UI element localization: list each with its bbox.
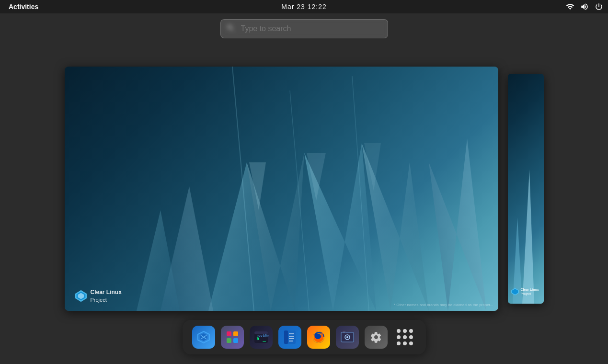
clear-linux-logo-icon [74,289,88,303]
svg-rect-25 [233,331,238,336]
firefox-app-icon[interactable] [307,326,330,349]
settings-icon [365,326,388,349]
notes-icon [278,326,301,349]
svg-rect-27 [233,338,238,343]
power-svg [595,2,603,11]
window-background: Clear Linux Project * Other names and br… [65,67,498,311]
software-svg [225,330,240,345]
polymer-svg [196,330,211,345]
svg-rect-24 [227,331,231,336]
side-logo-text: Clear Linux Project [521,287,539,296]
side-clear-linux-logo: Clear Linux Project [511,287,539,296]
terminal-svg: $ _ root@host [253,330,269,345]
network-svg [566,2,574,11]
crystal-decoration [65,67,498,311]
volume-svg [580,2,589,11]
appgrid-icon[interactable] [393,326,416,349]
dock: $ _ root@host [183,320,426,354]
svg-rect-26 [227,338,231,343]
dot-5 [403,335,407,339]
network-icon[interactable] [565,1,575,12]
screenshot-icon [336,326,359,349]
terminal-icon: $ _ root@host [250,326,273,349]
side-window-background: Clear Linux Project [508,74,544,304]
screenshot-app-icon[interactable] [336,326,359,349]
dot-9 [409,341,413,345]
side-crystal [508,74,544,304]
dot-1 [397,329,401,333]
workspace-area: Clear Linux Project * Other names and br… [0,13,608,364]
svg-text:root@host: root@host [256,334,269,338]
appgrid-dots [393,326,416,349]
terminal-app-icon[interactable]: $ _ root@host [250,326,273,349]
settings-app-icon[interactable] [365,326,388,349]
polymer-app-icon[interactable] [192,326,215,349]
dot-grid [397,329,413,345]
search-input[interactable] [220,19,388,38]
software-app-icon[interactable] [221,326,244,349]
firefox-svg [311,330,326,345]
dot-2 [403,329,407,333]
windows-row: Clear Linux Project * Other names and br… [0,61,608,316]
dot-7 [397,341,401,345]
power-icon[interactable] [594,1,604,12]
svg-point-41 [346,336,348,338]
clear-linux-logo: Clear Linux Project [74,289,122,303]
svg-rect-43 [343,332,345,333]
dot-6 [409,335,413,339]
firefox-icon [307,326,330,349]
clear-linux-text: Clear Linux Project [91,289,122,303]
dot-3 [409,329,413,333]
notes-svg [282,330,298,345]
activities-button[interactable]: Activities [4,1,43,12]
settings-svg [368,330,384,345]
clock: Mar 23 12:22 [281,3,327,11]
main-window-thumb[interactable]: Clear Linux Project * Other names and br… [65,67,498,311]
polymer-icon [192,326,215,349]
svg-marker-5 [429,138,486,311]
volume-icon[interactable] [579,1,590,12]
dot-4 [397,335,401,339]
dot-8 [403,341,407,345]
watermark: * Other names and brands may be claimed … [394,303,493,307]
top-bar: Activities Mar 23 12:22 [0,0,608,13]
system-tray [565,1,604,12]
side-window-thumb[interactable]: Clear Linux Project [508,74,544,304]
svg-marker-16 [522,170,534,304]
svg-rect-33 [284,330,288,344]
search-container [220,19,388,38]
software-icon [221,326,244,349]
notes-app-icon[interactable] [278,326,301,349]
screenshot-svg [340,330,355,345]
side-logo-icon [511,287,519,296]
